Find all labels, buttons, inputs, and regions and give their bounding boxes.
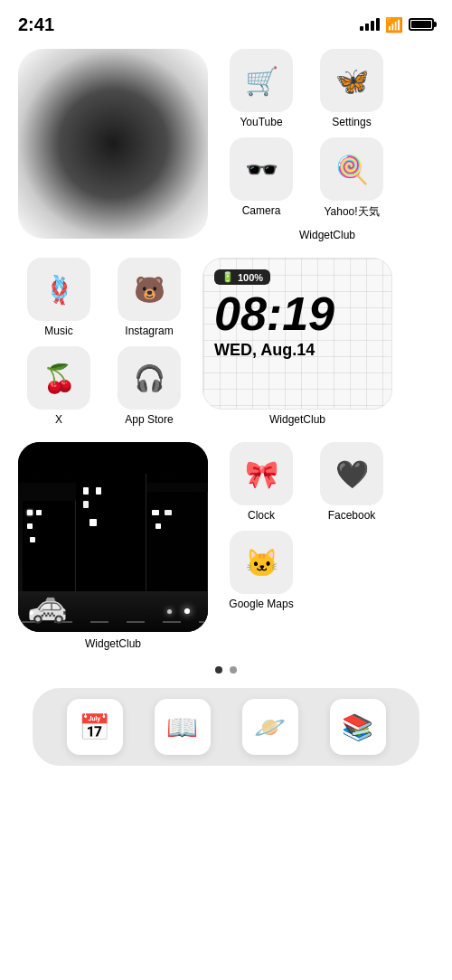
dock-flying-saucer[interactable]: 🪐 (242, 699, 298, 755)
app-clock[interactable]: 🎀 Clock (221, 442, 302, 522)
row1-app-row-2: 🕶️ Camera 🍭 Yahoo!天気 (221, 137, 434, 220)
instagram-label: Instagram (125, 325, 173, 337)
yahoo-icon: 🍭 (320, 137, 383, 201)
row3-app-row-2: 🍒 X 🎧 App Store (18, 346, 190, 426)
row4-app-row-2: 🐱 Google Maps (221, 531, 434, 610)
row3: 🪢 Music 🐻 Instagram 🍒 X 🎧 App Store (18, 258, 434, 426)
clock-date: WED, Aug.14 (214, 341, 315, 360)
x-icon: 🍒 (27, 346, 90, 410)
row3-app-row-1: 🪢 Music 🐻 Instagram (18, 258, 190, 337)
wifi-icon: 📶 (385, 16, 403, 33)
status-time: 2:41 (18, 14, 54, 35)
dock-books[interactable]: 📖 (155, 699, 211, 755)
row1-apps: 🛒 YouTube 🦋 Settings 🕶️ Camera 🍭 Yahoo!天… (221, 49, 434, 241)
photo-widget[interactable]: 🚕 (18, 442, 208, 632)
googlemaps-label: Google Maps (229, 598, 293, 610)
buildings (18, 483, 208, 591)
app-youtube[interactable]: 🛒 YouTube (221, 49, 302, 128)
youtube-label: YouTube (240, 116, 282, 128)
street-light-2 (167, 609, 172, 614)
app-camera[interactable]: 🕶️ Camera (221, 137, 302, 220)
clock-widget-label: WidgetClub (269, 413, 325, 426)
clock-icon: 🎀 (230, 442, 293, 505)
yahoo-label: Yahoo!天気 (324, 204, 379, 220)
app-appstore[interactable]: 🎧 App Store (108, 346, 190, 426)
youtube-icon: 🛒 (230, 49, 293, 112)
app-googlemaps[interactable]: 🐱 Google Maps (221, 531, 302, 610)
facebook-label: Facebook (328, 509, 376, 522)
row4-app-row-1: 🎀 Clock 🖤 Facebook (221, 442, 434, 522)
clock-widget[interactable]: 🔋 100% 08:19 WED, Aug.14 (202, 258, 392, 410)
clock-time: 08:19 (214, 290, 334, 337)
settings-icon: 🦋 (320, 49, 383, 112)
signal-icon (360, 18, 380, 31)
row1: 🛒 YouTube 🦋 Settings 🕶️ Camera 🍭 Yahoo!天… (18, 49, 434, 241)
photo-widget-label: WidgetClub (85, 637, 141, 650)
camera-icon: 🕶️ (230, 137, 293, 201)
status-bar: 2:41 📶 (0, 0, 452, 40)
row4: 🚕 WidgetClub 🎀 Clock 🖤 Facebook (18, 442, 434, 650)
page-dots (18, 666, 434, 674)
app-settings[interactable]: 🦋 Settings (311, 49, 392, 128)
app-music[interactable]: 🪢 Music (18, 258, 99, 337)
facebook-icon: 🖤 (320, 442, 383, 505)
home-screen: 🛒 YouTube 🦋 Settings 🕶️ Camera 🍭 Yahoo!天… (0, 40, 452, 775)
settings-label: Settings (332, 116, 371, 128)
dock-stack[interactable]: 📚 (330, 699, 386, 755)
app-instagram[interactable]: 🐻 Instagram (108, 258, 190, 337)
page-dot-1[interactable] (215, 666, 222, 674)
car: 🚕 (27, 587, 68, 625)
street-light-1 (184, 608, 190, 614)
app-x[interactable]: 🍒 X (18, 346, 99, 426)
city-scene: 🚕 (18, 442, 208, 632)
status-icons: 📶 (360, 16, 434, 33)
appstore-icon: 🎧 (118, 346, 181, 410)
battery-icon (409, 18, 434, 31)
music-icon: 🪢 (27, 258, 90, 321)
x-label: X (55, 413, 62, 426)
clock-battery: 🔋 100% (214, 269, 270, 285)
clock-widget-wrap: 🔋 100% 08:19 WED, Aug.14 WidgetClub (202, 258, 392, 426)
app-yahoo[interactable]: 🍭 Yahoo!天気 (311, 137, 392, 220)
widgetclub-widget-1[interactable] (18, 49, 208, 239)
googlemaps-icon: 🐱 (230, 531, 293, 594)
photo-widget-wrap: 🚕 WidgetClub (18, 442, 208, 650)
row1-app-row-1: 🛒 YouTube 🦋 Settings (221, 49, 434, 128)
page-dot-2[interactable] (230, 666, 237, 674)
row4-right-apps: 🎀 Clock 🖤 Facebook 🐱 Google Maps (221, 442, 434, 650)
camera-label: Camera (242, 204, 281, 217)
row3-left-apps: 🪢 Music 🐻 Instagram 🍒 X 🎧 App Store (18, 258, 190, 426)
music-label: Music (44, 325, 72, 337)
dock: 📅 📖 🪐 📚 (33, 688, 419, 766)
dock-calendar[interactable]: 📅 (67, 699, 123, 755)
instagram-icon: 🐻 (118, 258, 181, 321)
widgetclub-label-1: WidgetClub (221, 229, 434, 241)
app-facebook[interactable]: 🖤 Facebook (311, 442, 392, 522)
appstore-label: App Store (125, 413, 173, 426)
clock-label: Clock (248, 509, 275, 522)
